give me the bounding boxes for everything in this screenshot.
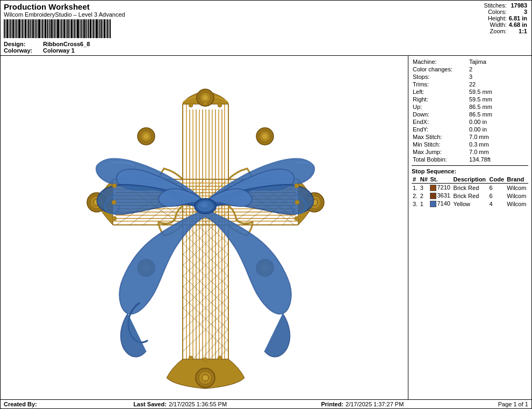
svg-rect-31 xyxy=(51,19,53,38)
col-num: # xyxy=(412,176,419,184)
svg-rect-33 xyxy=(54,19,55,38)
max-jump-value: 7.0 mm xyxy=(468,148,528,156)
svg-rect-63 xyxy=(101,19,102,38)
stops-value: 3 xyxy=(468,73,528,81)
svg-rect-30 xyxy=(49,19,51,38)
design-label: Design: xyxy=(4,41,41,47)
svg-rect-65 xyxy=(104,19,105,38)
row-n: 2 xyxy=(419,192,429,200)
row-brand: Wilcom xyxy=(506,184,528,192)
svg-rect-36 xyxy=(60,19,60,38)
right-panel: Machine: Tajima Color changes: 2 Stops: … xyxy=(408,56,531,399)
page-number: Page 1 of 1 xyxy=(498,401,528,407)
svg-rect-19 xyxy=(32,19,34,38)
endy-value: 0.00 in xyxy=(468,126,528,133)
svg-rect-35 xyxy=(57,19,59,38)
row-code: 6 xyxy=(488,192,506,200)
max-stitch-value: 7.0 mm xyxy=(468,133,528,141)
svg-rect-48 xyxy=(77,19,79,38)
right-value: 59.5 mm xyxy=(468,96,528,103)
svg-point-153 xyxy=(202,375,209,381)
svg-rect-26 xyxy=(44,19,44,38)
barcode xyxy=(4,19,453,39)
printed-label: Printed: xyxy=(321,401,344,407)
svg-rect-27 xyxy=(45,19,46,38)
svg-rect-0 xyxy=(4,19,5,38)
svg-rect-47 xyxy=(76,19,76,38)
down-value: 86.5 mm xyxy=(468,111,528,118)
trims-value: 22 xyxy=(468,81,528,88)
svg-rect-56 xyxy=(90,19,91,38)
row-description: Brick Red xyxy=(452,184,488,192)
design-info: Design: RibbonCross6_8 xyxy=(4,41,453,47)
footer: Created By: Last Saved: 2/17/2025 1:36:5… xyxy=(1,399,531,408)
svg-rect-24 xyxy=(41,19,41,38)
svg-rect-58 xyxy=(93,19,94,38)
last-saved-label: Last Saved: xyxy=(133,401,167,407)
svg-rect-60 xyxy=(96,19,98,38)
col-st: St. xyxy=(429,176,452,184)
svg-rect-28 xyxy=(47,19,48,38)
width-value: 4.68 in xyxy=(508,21,528,28)
footer-printed: Printed: 2/17/2025 1:37:27 PM xyxy=(321,401,404,407)
subtitle: Wilcom EmbroideryStudio – Level 3 Advanc… xyxy=(4,11,453,18)
svg-point-179 xyxy=(203,101,207,105)
svg-rect-23 xyxy=(38,19,40,38)
svg-rect-64 xyxy=(103,19,103,38)
min-stitch-value: 0.3 mm xyxy=(468,141,528,148)
table-row: 1. 3 7210 Brick Red 6 Wilcom xyxy=(412,184,528,192)
svg-rect-55 xyxy=(88,19,89,38)
table-row: 3. 1 7140 Yellow 4 Wilcom xyxy=(412,200,528,208)
colors-value: 3 xyxy=(508,9,528,15)
machine-value: Tajima xyxy=(468,58,528,65)
row-description: Yellow xyxy=(452,200,488,208)
row-num: 1. xyxy=(412,184,419,192)
header-stats: Stitches: 17983 Colors: 3 Height: 6.81 i… xyxy=(453,2,528,34)
svg-rect-13 xyxy=(24,19,24,38)
down-label: Down: xyxy=(412,111,468,118)
row-st: 7210 xyxy=(429,184,452,192)
last-saved-value: 2/17/2025 1:36:55 PM xyxy=(169,401,227,407)
color-swatch xyxy=(430,185,436,191)
zoom-label: Zoom: xyxy=(483,28,508,34)
svg-point-177 xyxy=(200,202,208,208)
machine-label: Machine: xyxy=(412,58,468,65)
svg-rect-69 xyxy=(110,19,111,38)
stitches-value: 17983 xyxy=(508,2,528,9)
col-brand: Brand xyxy=(506,176,528,184)
svg-rect-38 xyxy=(62,19,63,38)
svg-point-183 xyxy=(218,356,222,360)
colorway-value: Colorway 1 xyxy=(43,47,81,54)
row-n: 1 xyxy=(419,200,429,208)
svg-rect-12 xyxy=(22,19,23,38)
svg-rect-61 xyxy=(98,19,99,38)
svg-point-165 xyxy=(262,134,268,139)
svg-point-182 xyxy=(203,357,207,362)
svg-rect-1 xyxy=(5,19,6,38)
row-st: 7140 xyxy=(429,200,452,208)
row-code: 6 xyxy=(488,184,506,192)
svg-rect-39 xyxy=(63,19,65,38)
svg-rect-29 xyxy=(48,19,49,38)
main-content: Machine: Tajima Color changes: 2 Stops: … xyxy=(1,56,531,399)
svg-rect-53 xyxy=(85,19,87,38)
row-brand: Wilcom xyxy=(506,200,528,208)
total-bobbin-value: 134.78ft xyxy=(468,156,528,163)
stop-sequence-title: Stop Sequence: xyxy=(412,168,528,174)
svg-rect-51 xyxy=(82,19,83,38)
zoom-value: 1:1 xyxy=(508,28,528,34)
footer-created: Created By: xyxy=(4,401,39,407)
svg-point-186 xyxy=(112,216,117,221)
trims-label: Trims: xyxy=(412,81,468,88)
svg-rect-4 xyxy=(10,19,11,38)
height-label: Height: xyxy=(483,15,508,21)
color-swatch xyxy=(430,201,436,207)
svg-rect-25 xyxy=(42,19,43,38)
svg-rect-41 xyxy=(67,19,68,38)
svg-rect-34 xyxy=(56,19,56,38)
svg-point-184 xyxy=(112,184,117,188)
max-jump-label: Max Jump: xyxy=(412,148,468,156)
embroidery-design xyxy=(32,61,376,394)
header: Production Worksheet Wilcom EmbroiderySt… xyxy=(1,1,531,56)
created-label: Created By: xyxy=(4,401,37,407)
